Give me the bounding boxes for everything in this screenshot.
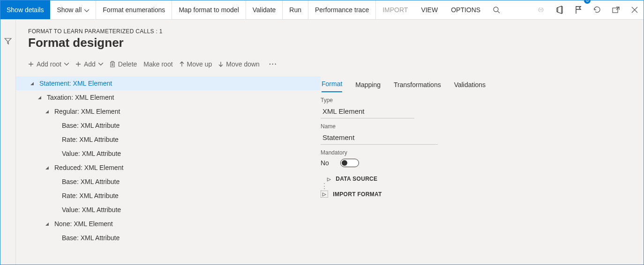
search-button[interactable]: [487, 0, 506, 19]
make-root-button[interactable]: Make root: [143, 60, 172, 68]
tab-format[interactable]: Format: [322, 80, 342, 92]
tree-row-label: Base: XML Attribute: [62, 178, 120, 185]
field-name-value[interactable]: Statement: [321, 132, 438, 145]
page-title: Format designer: [16, 35, 644, 55]
office-icon[interactable]: [550, 0, 569, 19]
menu-view[interactable]: VIEW: [414, 0, 444, 19]
tree-row[interactable]: Value: XML Attribute: [16, 147, 321, 161]
menubar: Show details Show all Format enumeration…: [0, 0, 644, 20]
add-button[interactable]: Add: [75, 60, 103, 68]
move-up-button[interactable]: Move up: [180, 60, 212, 68]
trash-icon: [110, 61, 115, 67]
sidebar-rail: [0, 20, 16, 265]
tree-row[interactable]: Base: XML Attribute: [16, 118, 321, 132]
plus-icon: [75, 61, 81, 67]
tree-row[interactable]: Rate: XML Attribute: [16, 132, 321, 147]
field-mandatory-label: Mandatory: [321, 149, 644, 156]
delete-button[interactable]: Delete: [110, 60, 137, 68]
breadcrumb: FORMAT TO LEARN PARAMETERIZED CALLS : 1: [16, 20, 644, 35]
tree-toggle-icon[interactable]: ◢: [43, 165, 51, 170]
menu-format-enumerations[interactable]: Format enumerations: [96, 0, 172, 19]
tab-transformations[interactable]: Transformations: [394, 81, 441, 92]
arrow-down-icon: [218, 61, 223, 67]
field-mandatory-value: No: [321, 159, 329, 167]
chevron-down-icon: [64, 63, 69, 66]
tree-toggle-icon[interactable]: ◢: [28, 81, 36, 86]
tree-row-label: Statement: XML Element: [39, 80, 112, 87]
tree-row[interactable]: ◢Regular: XML Element: [16, 104, 321, 118]
field-name-label: Name: [321, 123, 644, 130]
format-tree: ◢Statement: XML Element◢Taxation: XML El…: [16, 74, 321, 265]
tree-row-label: Base: XML Attribute: [62, 234, 120, 242]
tab-mapping[interactable]: Mapping: [355, 81, 381, 92]
field-mandatory: Mandatory No: [321, 149, 644, 167]
details-tabs: Format Mapping Transformations Validatio…: [321, 74, 644, 92]
refresh-icon: [593, 6, 601, 14]
tree-toolbar: Add root Add Delete Make root Move up Mo…: [16, 55, 644, 74]
chevron-down-icon: [84, 6, 89, 14]
tree-row-label: Regular: XML Element: [54, 108, 120, 115]
tree-row[interactable]: Value: XML Attribute: [16, 203, 321, 217]
tree-toggle-icon[interactable]: ◢: [43, 221, 51, 226]
tab-validations[interactable]: Validations: [454, 81, 486, 92]
filter-button[interactable]: [4, 37, 12, 265]
field-type: Type XML Element: [321, 97, 644, 118]
menu-validate[interactable]: Validate: [246, 0, 283, 19]
tree-row[interactable]: ◢None: XML Element: [16, 217, 321, 231]
field-type-label: Type: [321, 97, 644, 103]
drag-handle-icon[interactable]: ⋮: [321, 184, 325, 189]
details-panel: Format Mapping Transformations Validatio…: [321, 74, 644, 265]
close-icon: [631, 7, 638, 13]
tree-row-label: Base: XML Attribute: [62, 122, 120, 129]
flag-icon: [575, 6, 582, 14]
tree-toggle-icon[interactable]: ◢: [43, 109, 51, 114]
chevron-down-icon: [98, 63, 103, 66]
search-icon: [493, 6, 500, 14]
tree-row-label: None: XML Element: [54, 220, 113, 228]
caret-right-icon: ▷: [321, 191, 328, 198]
popup-icon: [612, 7, 620, 13]
tree-row-label: Reduced: XML Element: [54, 164, 123, 171]
plus-icon: [28, 61, 34, 67]
tree-row-label: Value: XML Attribute: [62, 150, 121, 157]
menu-map-format-to-model[interactable]: Map format to model: [172, 0, 246, 19]
add-root-button[interactable]: Add root: [28, 60, 69, 68]
tree-row[interactable]: ◢Taxation: XML Element: [16, 90, 321, 104]
svg-rect-2: [613, 8, 618, 13]
tree-row[interactable]: Rate: XML Attribute: [16, 189, 321, 203]
expander-data-source[interactable]: ▷ DATA SOURCE: [327, 176, 644, 182]
tree-row-label: Taxation: XML Element: [47, 94, 114, 101]
field-type-value[interactable]: XML Element: [321, 105, 414, 118]
menu-run[interactable]: Run: [283, 0, 308, 19]
tree-row[interactable]: Base: XML Attribute: [16, 231, 321, 245]
tree-row[interactable]: ◢Reduced: XML Element: [16, 161, 321, 175]
menu-options[interactable]: OPTIONS: [444, 0, 487, 19]
move-down-button[interactable]: Move down: [218, 60, 260, 68]
mandatory-toggle[interactable]: [340, 159, 359, 167]
menu-show-details[interactable]: Show details: [0, 0, 50, 19]
tree-row-label: Rate: XML Attribute: [62, 192, 119, 199]
tree-row[interactable]: Base: XML Attribute: [16, 175, 321, 189]
more-button[interactable]: ···: [266, 60, 280, 68]
menu-show-all[interactable]: Show all: [50, 0, 96, 19]
popup-button[interactable]: [607, 0, 625, 19]
filter-icon: [4, 37, 12, 45]
notifications-button[interactable]: 0: [569, 0, 588, 19]
link-icon[interactable]: [532, 0, 550, 19]
menu-import[interactable]: IMPORT: [376, 0, 414, 19]
arrow-up-icon: [180, 61, 184, 67]
svg-line-1: [498, 11, 500, 13]
tree-row-label: Value: XML Attribute: [62, 206, 121, 213]
caret-right-icon: ▷: [327, 177, 331, 182]
close-button[interactable]: [625, 0, 644, 19]
field-name: Name Statement: [321, 123, 644, 145]
expander-import-format[interactable]: ▷ IMPORT FORMAT: [321, 191, 644, 198]
menu-performance-trace[interactable]: Performance trace: [308, 0, 376, 19]
tree-row-label: Rate: XML Attribute: [62, 136, 119, 143]
menu-show-all-label: Show all: [57, 6, 82, 14]
svg-point-0: [494, 7, 498, 12]
tree-toggle-icon[interactable]: ◢: [36, 95, 43, 100]
refresh-button[interactable]: [588, 0, 607, 19]
tree-row[interactable]: ◢Statement: XML Element: [16, 76, 321, 90]
